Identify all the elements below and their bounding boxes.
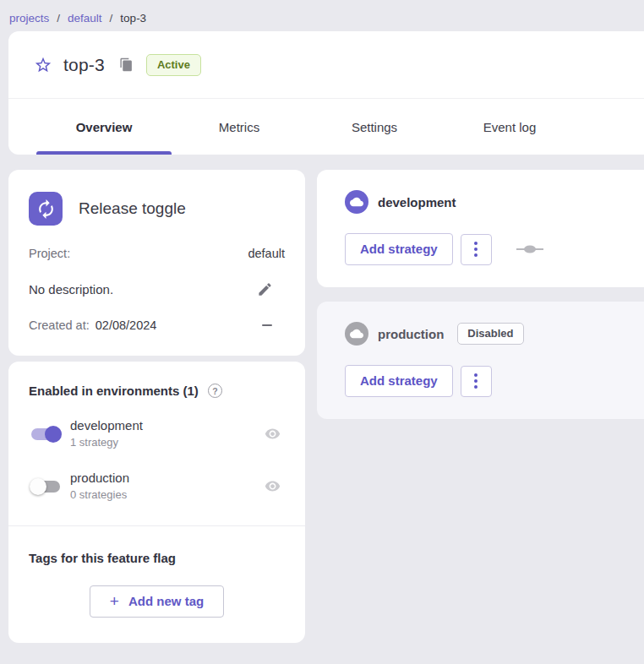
flag-type-row: Release toggle bbox=[29, 192, 285, 226]
env-row-development: development 1 strategy bbox=[29, 417, 285, 450]
env-texts: development 1 strategy bbox=[70, 417, 257, 450]
production-environment-card: production Disabled Add strategy bbox=[317, 302, 644, 419]
add-strategy-button[interactable]: Add strategy bbox=[345, 233, 453, 265]
created-value: 02/08/2024 bbox=[96, 318, 157, 332]
feature-header-card: top-3 Active Overview Metrics Settings E… bbox=[8, 31, 644, 155]
cloud-environment-icon bbox=[345, 322, 368, 346]
copy-name-icon[interactable] bbox=[119, 57, 134, 72]
environment-card-header: development bbox=[345, 190, 644, 214]
env-texts: production 0 strategies bbox=[70, 470, 257, 503]
description-row: No description. bbox=[29, 281, 285, 297]
tab-overview[interactable]: Overview bbox=[36, 99, 172, 155]
tab-label: Metrics bbox=[219, 120, 259, 134]
environments-panel-title-row: Enabled in environments (1) bbox=[29, 384, 285, 398]
add-strategy-button[interactable]: Add strategy bbox=[345, 365, 453, 397]
help-icon[interactable] bbox=[208, 384, 222, 398]
environments-panel-card: Enabled in environments (1) development … bbox=[8, 362, 305, 643]
more-actions-kebab-button[interactable] bbox=[461, 366, 492, 397]
env-strategy-count: 1 strategy bbox=[70, 434, 257, 450]
environment-card-actions: Add strategy bbox=[345, 233, 644, 265]
tab-metrics[interactable]: Metrics bbox=[172, 99, 307, 155]
project-label: Project: bbox=[29, 247, 70, 260]
more-actions-kebab-button[interactable] bbox=[461, 234, 492, 265]
environments-panel-title: Enabled in environments (1) bbox=[29, 384, 199, 398]
collapse-icon[interactable] bbox=[262, 324, 272, 326]
active-tab-indicator bbox=[36, 151, 172, 155]
right-column: development Add strategy production Disa… bbox=[317, 170, 644, 419]
development-environment-card: development Add strategy bbox=[317, 170, 644, 287]
project-row: Project: default bbox=[29, 247, 285, 260]
visibility-eye-icon[interactable] bbox=[265, 478, 281, 494]
environment-card-header: production Disabled bbox=[345, 322, 644, 346]
disabled-badge: Disabled bbox=[457, 323, 523, 345]
development-toggle[interactable] bbox=[29, 424, 63, 444]
breadcrumb: projects / default / top-3 bbox=[0, 0, 644, 31]
strategy-connector-icon bbox=[516, 244, 543, 254]
tab-label: Settings bbox=[352, 120, 397, 134]
tags-panel-title: Tags for this feature flag bbox=[29, 551, 285, 565]
environment-card-actions: Add strategy bbox=[345, 365, 644, 397]
env-name: production bbox=[70, 470, 257, 487]
tab-settings[interactable]: Settings bbox=[307, 99, 442, 155]
tab-label: Event log bbox=[483, 120, 537, 134]
toggle-thumb bbox=[45, 426, 62, 443]
plus-icon: + bbox=[110, 595, 119, 607]
page-title: top-3 bbox=[63, 55, 105, 75]
tab-label: Overview bbox=[76, 120, 133, 134]
toggle-thumb bbox=[30, 478, 46, 495]
env-row-production: production 0 strategies bbox=[29, 470, 285, 503]
breadcrumb-separator: / bbox=[110, 12, 113, 24]
description-text: No description. bbox=[29, 282, 113, 297]
status-badge: Active bbox=[146, 54, 201, 76]
feature-title-row: top-3 Active bbox=[8, 31, 644, 99]
tab-bar: Overview Metrics Settings Event log bbox=[8, 99, 644, 155]
breadcrumb-current: top-3 bbox=[120, 12, 146, 24]
add-new-tag-label: Add new tag bbox=[128, 594, 204, 608]
environment-card-name: production bbox=[378, 327, 444, 341]
created-group: Created at: 02/08/2024 bbox=[29, 318, 156, 332]
production-toggle[interactable] bbox=[29, 476, 63, 497]
breadcrumb-link-projects[interactable]: projects bbox=[9, 12, 49, 24]
favorite-star-icon[interactable] bbox=[34, 56, 52, 74]
release-toggle-icon bbox=[29, 192, 63, 226]
visibility-eye-icon[interactable] bbox=[265, 426, 281, 442]
main-content: Release toggle Project: default No descr… bbox=[8, 170, 644, 643]
section-divider bbox=[8, 525, 305, 526]
tab-event-log[interactable]: Event log bbox=[442, 99, 577, 155]
flag-type-name: Release toggle bbox=[79, 199, 186, 218]
left-column: Release toggle Project: default No descr… bbox=[8, 170, 305, 643]
env-name: development bbox=[70, 417, 257, 434]
env-strategy-count: 0 strategies bbox=[70, 487, 257, 503]
environment-card-name: development bbox=[378, 195, 456, 210]
created-row: Created at: 02/08/2024 bbox=[29, 318, 285, 332]
edit-description-icon[interactable] bbox=[257, 281, 273, 297]
breadcrumb-separator: / bbox=[57, 12, 60, 24]
add-new-tag-button[interactable]: + Add new tag bbox=[90, 585, 224, 618]
created-label: Created at: bbox=[29, 318, 90, 332]
breadcrumb-link-default[interactable]: default bbox=[68, 12, 102, 24]
cloud-environment-icon bbox=[345, 190, 368, 214]
project-value: default bbox=[248, 247, 285, 260]
flag-details-card: Release toggle Project: default No descr… bbox=[8, 170, 305, 356]
